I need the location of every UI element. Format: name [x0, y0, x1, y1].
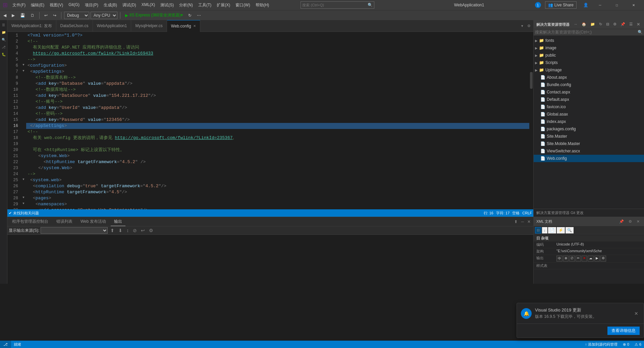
- undo-button[interactable]: ↩: [42, 12, 50, 18]
- gutter-28[interactable]: ▼: [21, 195, 26, 201]
- se-item-fonts[interactable]: ▶ 📁 fonts: [534, 37, 644, 44]
- output-tool-1[interactable]: 中: [556, 256, 562, 262]
- output-scroll-down-button[interactable]: ⬇: [117, 227, 124, 234]
- menu-git[interactable]: Git(G): [66, 1, 82, 9]
- menu-tools[interactable]: 工具(T): [196, 1, 214, 9]
- se-home-button[interactable]: 🏠: [580, 21, 588, 27]
- se-item-viewswitcher[interactable]: 📄 ViewSwitcher.ascx: [534, 147, 644, 155]
- se-refresh-button[interactable]: ↻: [598, 21, 603, 27]
- code-line-4[interactable]: https://go.microsoft.com/fwlink/?LinkId=…: [26, 51, 529, 57]
- se-collapse-button[interactable]: ⊟: [605, 21, 610, 27]
- code-line-7[interactable]: <appSettings>: [26, 69, 529, 75]
- panel-tab-nuget[interactable]: 程序包管理器控制台: [9, 217, 52, 226]
- se-item-scripts[interactable]: ▶ 📁 Scripts: [534, 59, 644, 66]
- output-tool-4[interactable]: ✏: [576, 256, 581, 262]
- minimize-button[interactable]: ─: [592, 0, 608, 10]
- se-item-image[interactable]: ▶ 📁 image: [534, 44, 644, 52]
- se-props-button[interactable]: ⚙: [612, 21, 618, 27]
- menu-view[interactable]: 视图(V): [47, 1, 66, 9]
- code-line-11[interactable]: <add key="DataSource" value="154.221.17.…: [26, 93, 529, 99]
- se-item-public[interactable]: ▶ 📁 public: [534, 52, 644, 59]
- gutter-6[interactable]: ▼: [21, 62, 26, 68]
- output-tool-7[interactable]: ▶: [594, 256, 600, 262]
- panel-expand-button[interactable]: ⬆: [513, 219, 519, 225]
- se-item-contact[interactable]: 📄 Contact.aspx: [534, 88, 644, 96]
- toolbar-more-button[interactable]: ⋯: [195, 12, 203, 18]
- se-item-bundle[interactable]: 📄 Bundle.config: [534, 81, 644, 88]
- code-line-8[interactable]: <!--数据库名称-->: [26, 75, 529, 81]
- statusbar-branch[interactable]: ⎇: [0, 341, 11, 348]
- props-close-button[interactable]: ✕: [635, 218, 641, 225]
- menu-build[interactable]: 生成(B): [101, 1, 120, 9]
- output-scroll-end-button[interactable]: ↕: [125, 227, 130, 234]
- sidebar-explorer-icon[interactable]: 📁: [0, 29, 7, 36]
- tab-datasetjson[interactable]: DataSetJson.cs: [56, 20, 93, 32]
- maximize-button[interactable]: □: [609, 0, 625, 10]
- row-status[interactable]: 行: 16: [482, 211, 495, 216]
- vscroll-thumb[interactable]: [530, 72, 533, 89]
- output-scroll-up-button[interactable]: ⬆: [109, 227, 116, 234]
- code-line-14[interactable]: <!--密码-->: [26, 111, 529, 117]
- output-tool-3[interactable]: ∅: [569, 256, 575, 262]
- editor-vscroll[interactable]: [529, 32, 533, 209]
- menu-edit[interactable]: 编辑(E): [28, 1, 47, 9]
- se-item-default[interactable]: 📄 Default.aspx: [534, 96, 644, 103]
- output-wrap-button[interactable]: ↩: [140, 227, 146, 234]
- se-item-packages[interactable]: 📄 packages.config: [534, 125, 644, 133]
- redo-button[interactable]: ↪: [51, 12, 58, 18]
- sidebar-expand-icon[interactable]: ☰: [0, 21, 7, 28]
- props-search-button[interactable]: 🔍: [566, 227, 574, 233]
- se-item-sitemobilemaster[interactable]: 📄 Site.Mobile.Master: [534, 140, 644, 147]
- save-button[interactable]: 💾: [18, 12, 27, 18]
- se-item-favicon[interactable]: 📄 favicon.ico: [534, 103, 644, 111]
- code-line-17[interactable]: <!--: [26, 129, 529, 135]
- output-tool-2[interactable]: ⊕: [563, 256, 569, 262]
- close-button[interactable]: ✕: [626, 0, 641, 10]
- props-pages-button[interactable]: 📄: [548, 227, 556, 233]
- se-sync-button[interactable]: ↔: [573, 21, 579, 27]
- nav-forward-button[interactable]: ▶: [10, 12, 17, 18]
- menu-file[interactable]: 文件(F): [10, 1, 28, 9]
- warning-count-button[interactable]: ⚠ 6: [632, 341, 644, 348]
- tab-webapplication[interactable]: WebApplication1: [93, 20, 131, 32]
- sidebar-search-icon[interactable]: 🔍: [0, 36, 7, 43]
- se-item-global[interactable]: 📄 Global.asax: [534, 111, 644, 118]
- sidebar-debug-icon[interactable]: 🐛: [0, 51, 7, 58]
- panel-tab-output[interactable]: 输出: [111, 217, 125, 226]
- se-item-index[interactable]: 📄 index.aspx: [534, 118, 644, 125]
- sidebar-git-icon[interactable]: ⎇: [0, 44, 7, 50]
- se-pin-button[interactable]: 📌: [619, 21, 627, 27]
- se-close-button[interactable]: ✕: [635, 21, 641, 27]
- code-line-3[interactable]: 有关如何配置 ASP.NET 应用程序的详细信息，请访问: [26, 45, 529, 51]
- error-count-button[interactable]: ⊗ 0: [620, 341, 632, 348]
- menu-help[interactable]: 帮助(H): [253, 1, 272, 9]
- save-all-button[interactable]: 🗋: [29, 12, 37, 18]
- output-tool-6[interactable]: ☁: [588, 256, 594, 262]
- refresh-button[interactable]: ↻: [186, 12, 194, 18]
- menu-window[interactable]: 窗口(W): [233, 1, 253, 9]
- notif-close-button[interactable]: ✕: [633, 309, 640, 318]
- menu-xml[interactable]: XML(X): [139, 1, 158, 9]
- col-status[interactable]: 字符: 17: [495, 211, 511, 216]
- props-settings-button[interactable]: ⚙: [627, 218, 634, 225]
- output-tool-5[interactable]: ✕: [582, 256, 587, 262]
- code-line-9[interactable]: <add key="Database" value="appdata"/>: [26, 81, 529, 87]
- gutter-29[interactable]: ▼: [21, 201, 26, 207]
- person-icon[interactable]: 👤: [581, 3, 591, 7]
- gutter-7[interactable]: ▼: [21, 68, 26, 74]
- code-line-12[interactable]: <!--账号-->: [26, 99, 529, 105]
- se-search-box[interactable]: 🔍: [534, 29, 644, 36]
- code-line-2[interactable]: <!--: [26, 39, 529, 45]
- global-search-input[interactable]: [301, 3, 366, 7]
- tab-settings-button[interactable]: ⚙: [526, 23, 532, 29]
- code-line-21[interactable]: <system.Web>: [26, 153, 529, 159]
- code-line-1[interactable]: <?xml version="1.0"?>: [26, 32, 529, 39]
- tab-mysqlhelper[interactable]: MysqlHelper.cs: [131, 20, 167, 32]
- gutter-25[interactable]: ▼: [21, 177, 26, 183]
- live-share-button[interactable]: 👥 Live Share: [545, 1, 577, 9]
- tab-list-button[interactable]: ▾: [520, 23, 525, 29]
- code-line-24[interactable]: -->: [26, 171, 529, 177]
- code-line-18[interactable]: 有关 web.config 更改的说明，请参见 http://go.micros…: [26, 135, 529, 141]
- code-line-29[interactable]: <namespaces>: [26, 201, 529, 207]
- se-item-about[interactable]: 📄 About.aspx: [534, 74, 644, 81]
